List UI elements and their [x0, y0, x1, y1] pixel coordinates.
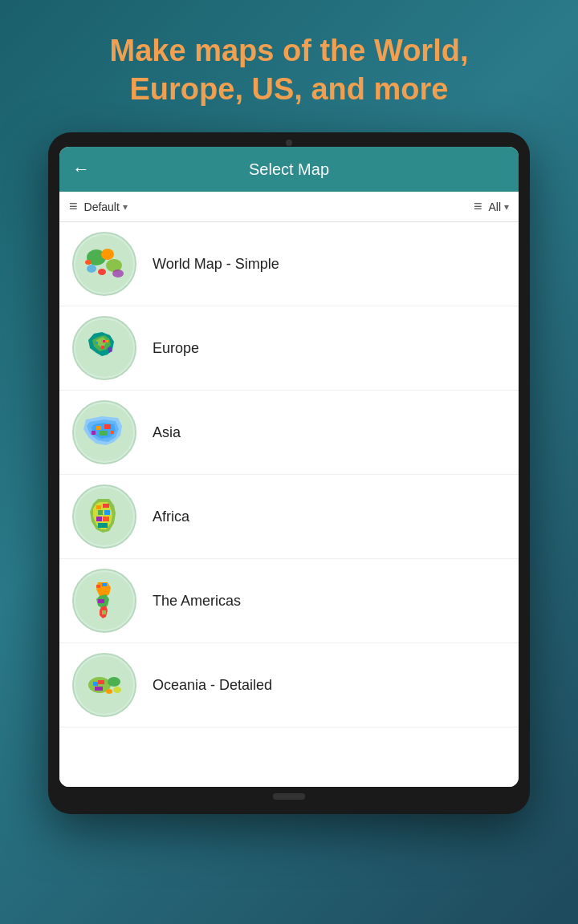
app-header: ← Select Map: [59, 147, 519, 192]
filter-arrow: ▾: [504, 201, 509, 213]
svg-rect-33: [96, 517, 102, 521]
svg-rect-14: [106, 340, 108, 342]
tablet-screen: ← Select Map ≡ Default ▾ ≡ All ▾: [59, 147, 519, 787]
map-item-world[interactable]: World Map - Simple: [59, 222, 519, 306]
svg-rect-23: [100, 431, 108, 436]
map-list: World Map - Simple: [59, 222, 519, 787]
svg-point-47: [113, 687, 121, 693]
svg-point-7: [85, 260, 92, 265]
svg-rect-41: [102, 583, 107, 586]
filter-dropdown[interactable]: All ▾: [488, 201, 509, 213]
filter-label: All: [488, 201, 501, 213]
filter-bar: ≡ Default ▾ ≡ All ▾: [59, 192, 519, 222]
map-name-asia: Asia: [153, 424, 181, 441]
map-name-world: World Map - Simple: [153, 256, 279, 273]
svg-rect-12: [101, 346, 104, 349]
svg-rect-31: [98, 510, 103, 515]
tablet-camera: [286, 140, 292, 146]
svg-point-46: [108, 677, 120, 687]
svg-rect-34: [103, 517, 109, 521]
sort-arrow: ▾: [123, 201, 128, 213]
tablet-frame: ← Select Map ≡ Default ▾ ≡ All ▾: [48, 132, 530, 814]
svg-rect-42: [98, 599, 104, 603]
map-thumbnail-world: [72, 232, 136, 296]
map-thumbnail-asia: [72, 400, 136, 464]
filter-icon: ≡: [474, 198, 482, 215]
map-item-oceania[interactable]: Oceania - Detailed: [59, 643, 519, 727]
svg-point-48: [106, 689, 112, 694]
sort-dropdown[interactable]: Default ▾: [84, 201, 128, 213]
map-thumbnail-americas: [72, 569, 136, 633]
page-title: Select Map: [103, 160, 475, 179]
svg-rect-43: [102, 610, 106, 614]
map-item-africa[interactable]: Africa: [59, 475, 519, 559]
sort-icon: ≡: [69, 198, 78, 215]
svg-rect-24: [92, 431, 96, 435]
svg-rect-22: [104, 424, 111, 429]
svg-point-2: [101, 249, 114, 260]
svg-rect-25: [111, 431, 114, 434]
svg-rect-29: [96, 505, 101, 509]
map-item-americas[interactable]: The Americas: [59, 559, 519, 643]
map-name-oceania: Oceania - Detailed: [153, 677, 272, 694]
sort-label: Default: [84, 201, 120, 213]
map-thumbnail-oceania: [72, 653, 136, 717]
back-button[interactable]: ←: [72, 159, 90, 180]
svg-rect-35: [98, 523, 108, 528]
map-name-africa: Africa: [153, 509, 189, 525]
svg-point-6: [112, 270, 124, 278]
svg-rect-50: [98, 680, 104, 684]
svg-rect-30: [103, 504, 109, 508]
svg-rect-51: [95, 687, 103, 691]
map-thumbnail-europe: [72, 316, 136, 380]
map-item-europe[interactable]: Europe: [59, 306, 519, 391]
map-item-asia[interactable]: Asia: [59, 391, 519, 475]
svg-point-5: [98, 269, 106, 275]
app-headline: Make maps of the World, Europe, US, and …: [62, 0, 517, 132]
svg-point-0: [75, 235, 133, 293]
svg-rect-32: [104, 510, 110, 515]
svg-rect-13: [96, 342, 98, 344]
tablet-home-button[interactable]: [273, 793, 305, 800]
map-thumbnail-africa: [72, 484, 136, 549]
svg-rect-15: [103, 340, 105, 342]
map-name-americas: The Americas: [153, 593, 241, 610]
svg-point-3: [87, 265, 96, 273]
svg-rect-40: [96, 585, 100, 588]
svg-rect-21: [96, 426, 101, 430]
map-name-europe: Europe: [153, 340, 199, 357]
svg-rect-49: [93, 682, 98, 686]
